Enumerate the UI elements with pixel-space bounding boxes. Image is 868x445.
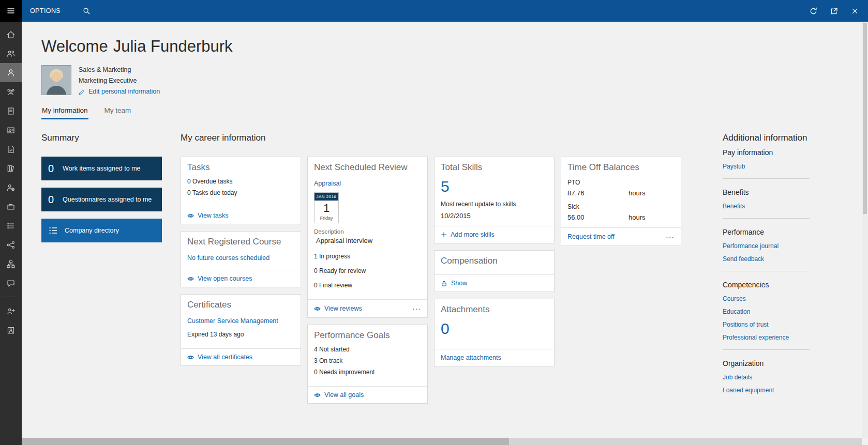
sidebar-item-home[interactable] bbox=[0, 25, 22, 44]
open-in-new-window-button[interactable] bbox=[824, 0, 844, 22]
next-review-card: Next Scheduled Review Appraisal JAN 2016… bbox=[307, 157, 428, 318]
group-benefits: Benefits Benefits bbox=[723, 188, 815, 219]
request-time-off-link[interactable]: Request time off ··· bbox=[561, 227, 681, 245]
sidebar-item-feedback[interactable] bbox=[0, 273, 22, 293]
skills-update-date: 10/2/2015 bbox=[441, 212, 548, 220]
divider bbox=[723, 271, 810, 271]
eye-icon bbox=[187, 354, 194, 361]
attachments-card: Attachments 0 Manage attachments bbox=[434, 299, 555, 366]
positions-of-trust-link[interactable]: Positions of trust bbox=[723, 321, 815, 328]
loaned-equipment-link[interactable]: Loaned equipment bbox=[723, 387, 815, 394]
view-all-certificates-label: View all certificates bbox=[198, 354, 252, 361]
review-description-label: Description bbox=[314, 228, 421, 235]
manage-attachments-link[interactable]: Manage attachments bbox=[435, 349, 554, 366]
vertical-scrollbar[interactable] bbox=[862, 22, 868, 438]
sidebar-item-badge-person[interactable] bbox=[0, 320, 22, 340]
goals-needs-improvement: 0 Needs improvement bbox=[314, 369, 421, 376]
company-directory-label: Company directory bbox=[65, 227, 119, 234]
sidebar-item-add-people[interactable] bbox=[0, 301, 22, 320]
view-reviews-link[interactable]: View reviews ··· bbox=[308, 299, 427, 317]
certificates-card: Certificates Customer Service Management… bbox=[181, 294, 301, 366]
tasks-title: Tasks bbox=[187, 162, 294, 173]
view-all-goals-label: View all goals bbox=[324, 391, 364, 398]
sidebar-item-list[interactable] bbox=[0, 216, 22, 235]
compensation-show-link[interactable]: Show bbox=[435, 274, 554, 291]
certificate-link[interactable]: Customer Service Management bbox=[187, 317, 278, 325]
education-link[interactable]: Education bbox=[723, 308, 815, 315]
profile-department: Sales & Marketing bbox=[79, 66, 160, 73]
view-open-courses-link[interactable]: View open courses bbox=[181, 270, 301, 287]
additional-heading: Additional information bbox=[723, 133, 815, 143]
appraisal-link[interactable]: Appraisal bbox=[314, 180, 341, 187]
person-me-icon bbox=[6, 68, 16, 78]
tab-my-team[interactable]: My team bbox=[104, 104, 132, 119]
time-off-title: Time Off Balances bbox=[567, 162, 675, 173]
paystub-link[interactable]: Paystub bbox=[723, 163, 815, 170]
performance-journal-link[interactable]: Performance journal bbox=[723, 242, 815, 250]
courses-link[interactable]: Courses bbox=[723, 295, 815, 302]
horizontal-scrollbar[interactable] bbox=[22, 438, 862, 445]
sidebar-item-person-settings[interactable] bbox=[0, 178, 22, 197]
sidebar-item-employee-self-service[interactable] bbox=[0, 63, 22, 82]
goals-on-track: 3 On track bbox=[314, 357, 421, 364]
sick-value: 56.00 bbox=[567, 213, 628, 221]
sidebar-item-people-group[interactable] bbox=[0, 82, 22, 101]
options-menu[interactable]: OPTIONS bbox=[30, 7, 61, 14]
close-icon bbox=[851, 7, 859, 15]
review-ready: 0 Ready for review bbox=[314, 267, 421, 274]
tab-bar: My information My team bbox=[41, 104, 868, 119]
sick-row: 56.00 hours bbox=[567, 213, 675, 221]
view-all-goals-link[interactable]: View all goals bbox=[308, 386, 427, 403]
view-all-certificates-link[interactable]: View all certificates bbox=[181, 348, 301, 365]
tasks-overdue: 0 Overdue tasks bbox=[187, 178, 294, 185]
refresh-button[interactable] bbox=[803, 0, 824, 22]
tile-company-directory[interactable]: Company directory bbox=[41, 219, 162, 242]
body-row: WelcomeJulia Funderburk Sales & Marketin… bbox=[0, 22, 868, 445]
vertical-scrollbar-thumb[interactable] bbox=[863, 23, 867, 214]
tasks-due-today: 0 Tasks due today bbox=[187, 189, 294, 196]
work-items-count: 0 bbox=[48, 163, 63, 175]
professional-experience-link[interactable]: Professional experience bbox=[723, 334, 815, 341]
competencies-title: Competencies bbox=[723, 281, 815, 289]
list-icon bbox=[6, 221, 16, 231]
pto-label: PTO bbox=[567, 179, 675, 186]
attachments-count: 0 bbox=[441, 320, 548, 337]
sidebar-item-courses[interactable] bbox=[0, 159, 22, 178]
horizontal-scrollbar-thumb[interactable] bbox=[22, 438, 509, 445]
view-tasks-link[interactable]: View tasks bbox=[181, 207, 301, 224]
hamburger-menu-button[interactable] bbox=[0, 0, 22, 22]
total-skills-card: Total Skills 5 Most recent update to ski… bbox=[434, 157, 555, 243]
profile-job-title: Marketing Executive bbox=[79, 77, 160, 84]
goals-not-started: 4 Not started bbox=[314, 346, 421, 353]
pay-information-title: Pay information bbox=[723, 148, 815, 157]
benefits-link[interactable]: Benefits bbox=[723, 203, 815, 210]
eye-icon bbox=[314, 305, 321, 312]
close-button[interactable] bbox=[844, 0, 865, 22]
sidebar-item-contact[interactable] bbox=[0, 120, 22, 140]
directory-list-icon bbox=[48, 225, 58, 236]
sidebar-item-briefcase[interactable] bbox=[0, 197, 22, 216]
tab-my-information[interactable]: My information bbox=[41, 104, 88, 119]
sidebar-item-network[interactable] bbox=[0, 235, 22, 254]
tile-questionnaires[interactable]: 0 Questionnaires assigned to me bbox=[41, 188, 162, 211]
search-button[interactable] bbox=[76, 0, 97, 22]
send-feedback-link[interactable]: Send feedback bbox=[723, 255, 815, 263]
sidebar-item-checklist[interactable] bbox=[0, 101, 22, 120]
edit-personal-info-link[interactable]: Edit personal information bbox=[79, 88, 160, 95]
compensation-show-label: Show bbox=[451, 280, 467, 287]
no-courses-link[interactable]: No future courses scheduled bbox=[187, 254, 270, 262]
tile-work-items[interactable]: 0 Work items assigned to me bbox=[41, 157, 162, 180]
sidebar-item-approvals[interactable] bbox=[0, 140, 22, 159]
left-sidebar bbox=[0, 22, 22, 445]
attachments-title: Attachments bbox=[441, 304, 548, 315]
plus-icon bbox=[441, 232, 447, 238]
time-off-more-button[interactable]: ··· bbox=[666, 233, 675, 241]
sidebar-item-team[interactable] bbox=[0, 44, 22, 63]
add-more-skills-link[interactable]: Add more skills bbox=[435, 226, 554, 243]
sidebar-item-hierarchy[interactable] bbox=[0, 254, 22, 273]
pto-unit: hours bbox=[628, 189, 646, 197]
review-more-button[interactable]: ··· bbox=[412, 304, 421, 313]
job-details-link[interactable]: Job details bbox=[723, 374, 815, 381]
avatar bbox=[41, 65, 71, 95]
hamburger-icon bbox=[6, 6, 16, 16]
